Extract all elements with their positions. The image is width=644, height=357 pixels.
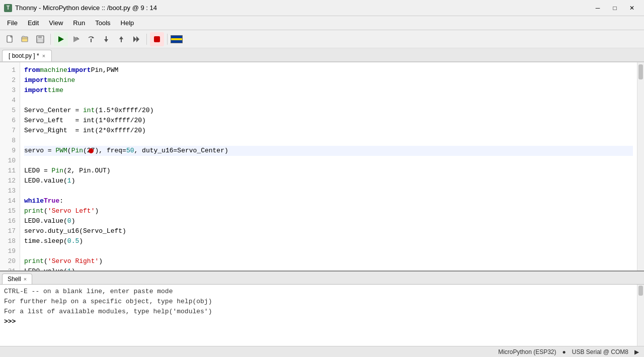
stop-button[interactable] — [150, 32, 164, 46]
svg-marker-15 — [136, 36, 139, 42]
toolbar-separator-2 — [146, 34, 147, 45]
save-file-button[interactable] — [33, 32, 47, 46]
toolbar-separator-3 — [167, 34, 168, 45]
shell-tab[interactable]: Shell × — [2, 274, 32, 284]
shell-vertical-scrollbar[interactable] — [637, 285, 644, 346]
window-controls: ─ □ ✕ — [590, 3, 640, 13]
menu-help[interactable]: Help — [116, 17, 139, 29]
step-over-button[interactable] — [84, 32, 98, 46]
line-numbers: 12345678910111213141516171819202122 — [0, 62, 20, 271]
shell-scrollbar-thumb[interactable] — [638, 286, 643, 296]
svg-marker-11 — [104, 39, 108, 42]
resume-button[interactable] — [129, 32, 143, 46]
open-file-button[interactable] — [18, 32, 32, 46]
menu-run[interactable]: Run — [68, 17, 90, 29]
svg-rect-16 — [154, 36, 160, 42]
tab-bar: [ boot.py ] * × — [0, 48, 644, 62]
tab-close-button[interactable]: × — [42, 53, 45, 59]
shell-content[interactable]: CTRL-E -- on a blank line, enter paste m… — [0, 285, 644, 346]
menu-file[interactable]: File — [2, 17, 23, 29]
menu-bar: File Edit View Run Tools Help — [0, 16, 644, 30]
svg-marker-13 — [119, 36, 123, 39]
separator-dot: ● — [562, 348, 566, 355]
toolbar-separator-1 — [50, 34, 51, 45]
shell-area: Shell × CTRL-E -- on a blank line, enter… — [0, 271, 644, 346]
step-into-button[interactable] — [99, 32, 113, 46]
new-file-button[interactable] — [3, 32, 17, 46]
editor-tab[interactable]: [ boot.py ] * × — [2, 50, 52, 61]
svg-marker-14 — [133, 36, 136, 42]
status-arrow: ▶ — [634, 348, 639, 355]
menu-edit[interactable]: Edit — [23, 17, 44, 29]
debug-button[interactable] — [69, 32, 83, 46]
svg-rect-3 — [38, 36, 42, 38]
status-bar: MicroPython (ESP32) ● USB Serial @ COM8 … — [0, 346, 644, 357]
svg-marker-5 — [58, 36, 64, 42]
ukraine-flag-icon — [171, 35, 183, 43]
interpreter-status: MicroPython (ESP32) — [498, 348, 556, 355]
toolbar — [0, 30, 644, 48]
menu-tools[interactable]: Tools — [90, 17, 115, 29]
shell-tab-label: Shell — [8, 276, 21, 283]
shell-body: CTRL-E -- on a blank line, enter paste m… — [0, 285, 644, 346]
minimize-button[interactable]: ─ — [590, 3, 606, 13]
editor-vertical-scrollbar[interactable] — [637, 62, 644, 271]
window-title: Thonny - MicroPython device :: /boot.py … — [15, 4, 157, 12]
connection-status: USB Serial @ COM8 — [572, 348, 628, 355]
code-content[interactable]: from machine import Pin,PWMimport machin… — [20, 62, 637, 271]
svg-rect-1 — [22, 37, 28, 42]
close-button[interactable]: ✕ — [624, 3, 640, 13]
code-editor[interactable]: 12345678910111213141516171819202122 from… — [0, 62, 644, 271]
tab-label: [ boot.py ] * — [9, 52, 39, 59]
svg-marker-6 — [73, 36, 79, 42]
shell-tab-bar: Shell × — [0, 272, 644, 285]
step-out-button[interactable] — [114, 32, 128, 46]
title-bar-left: T Thonny - MicroPython device :: /boot.p… — [4, 4, 157, 12]
scrollbar-thumb[interactable] — [638, 64, 643, 79]
menu-view[interactable]: View — [44, 17, 68, 29]
run-button[interactable] — [54, 32, 68, 46]
shell-tab-close-button[interactable]: × — [24, 276, 27, 282]
svg-rect-4 — [38, 39, 43, 42]
maximize-button[interactable]: □ — [607, 3, 623, 13]
title-bar: T Thonny - MicroPython device :: /boot.p… — [0, 0, 644, 16]
app-icon: T — [4, 4, 12, 12]
main-area: 12345678910111213141516171819202122 from… — [0, 62, 644, 346]
